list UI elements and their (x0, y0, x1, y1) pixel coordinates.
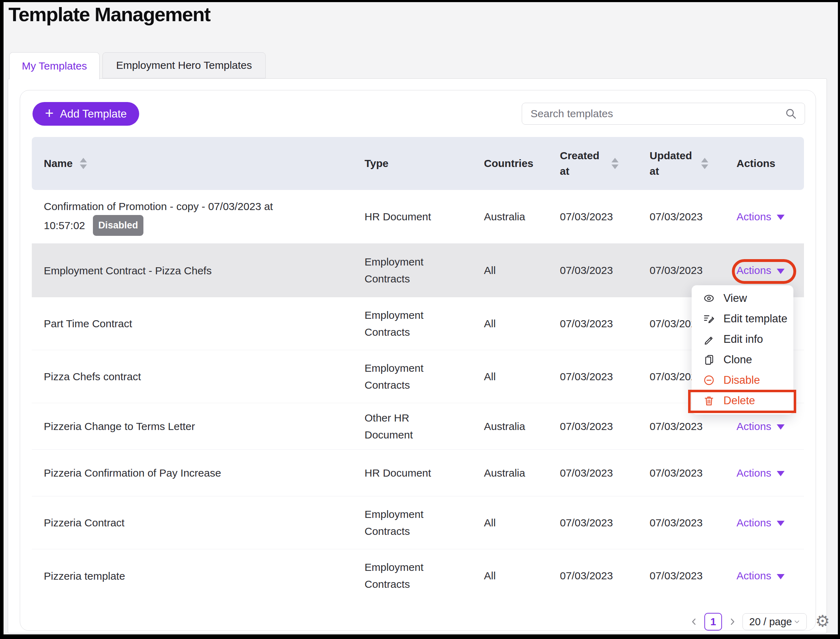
chevron-down-icon (777, 424, 784, 430)
tab-my-templates[interactable]: My Templates (9, 52, 100, 79)
menu-item-view[interactable]: View (692, 288, 793, 308)
gear-icon[interactable]: ⚙ (815, 612, 830, 631)
template-type: HR Document (365, 208, 431, 225)
row-actions-dropdown[interactable]: Actions (736, 570, 784, 582)
disable-circle-icon (703, 374, 715, 386)
sort-icon[interactable] (80, 158, 87, 169)
next-page-icon[interactable] (727, 617, 738, 627)
sort-icon[interactable] (612, 158, 618, 169)
page-size-select[interactable]: 20 / page (743, 613, 807, 630)
header-updated-at[interactable]: Updated at (645, 148, 731, 179)
template-name: Pizzeria Confirmation of Pay Increase (44, 464, 221, 482)
created-at: 07/03/2023 (560, 570, 613, 582)
created-at: 07/03/2023 (560, 318, 613, 330)
chevron-down-icon (777, 521, 784, 526)
template-name: Part Time Contract (44, 315, 132, 332)
created-at: 07/03/2023 (560, 420, 613, 432)
tab-label: Employment Hero Templates (116, 59, 252, 71)
row-actions-dropdown[interactable]: Actions (736, 420, 784, 432)
template-type: Employment Contracts (365, 559, 457, 593)
pencil-icon (703, 333, 715, 345)
menu-item-disable[interactable]: Disable (692, 370, 793, 391)
template-countries: All (484, 570, 496, 582)
template-name: Confirmation of Promotion - copy - 07/03… (44, 198, 300, 236)
menu-item-edit-info[interactable]: Edit info (692, 329, 793, 350)
edit-template-icon (703, 313, 715, 325)
updated-at: 07/03/2023 (650, 264, 703, 277)
add-template-label: Add Template (60, 108, 127, 121)
plus-icon: + (45, 106, 54, 121)
header-created-at[interactable]: Created at (555, 148, 645, 179)
template-type: Other HR Document (365, 410, 457, 443)
updated-at: 07/03/2023 (650, 467, 703, 479)
tab-employment-hero-templates[interactable]: Employment Hero Templates (102, 52, 266, 78)
created-at: 07/03/2023 (560, 264, 613, 277)
sort-icon[interactable] (701, 158, 708, 169)
table-row: Pizzeria Contract Employment Contracts A… (32, 496, 804, 549)
updated-at: 07/03/2023 (650, 570, 703, 582)
template-name: Employment Contract - Pizza Chefs (44, 262, 212, 279)
template-type: Employment Contracts (365, 506, 457, 540)
table-row: Part Time Contract Employment Contracts … (32, 297, 804, 350)
created-at: 07/03/2023 (560, 517, 613, 529)
chevron-down-icon (793, 618, 801, 626)
chevron-down-icon (777, 471, 784, 476)
search-box (522, 103, 805, 125)
template-countries: Australia (484, 211, 525, 223)
tab-label: My Templates (22, 60, 87, 72)
updated-at: 07/03/2023 (650, 517, 703, 529)
status-badge: Disabled (93, 215, 143, 236)
table-row: Pizzeria template Employment Contracts A… (32, 549, 804, 602)
updated-at: 07/03/2023 (650, 420, 703, 432)
chevron-down-icon (777, 269, 784, 274)
template-name: Pizzeria Change to Terms Letter (44, 418, 195, 435)
updated-at: 07/03/2023 (650, 211, 703, 223)
template-name: Pizzeria template (44, 567, 125, 585)
created-at: 07/03/2023 (560, 467, 613, 479)
row-actions-dropdown[interactable]: Actions (736, 517, 784, 529)
template-name: Pizzeria Contract (44, 514, 124, 531)
header-actions: Actions (731, 157, 804, 170)
menu-item-delete[interactable]: Delete (692, 391, 793, 411)
row-actions-dropdown[interactable]: Actions (736, 211, 784, 223)
search-icon[interactable] (785, 108, 797, 120)
table-row: Pizzeria Confirmation of Pay Increase HR… (32, 450, 804, 496)
template-type: Employment Contracts (365, 253, 457, 288)
table-header-row: Name Type Countries Created at Updated a… (32, 137, 804, 190)
template-countries: All (484, 318, 496, 330)
created-at: 07/03/2023 (560, 371, 613, 383)
template-type: HR Document (365, 464, 431, 482)
search-input[interactable] (522, 108, 785, 120)
header-name[interactable]: Name (32, 157, 357, 170)
template-type: Employment Contracts (365, 360, 457, 394)
table-row: Pizzeria Change to Terms Letter Other HR… (32, 403, 804, 450)
created-at: 07/03/2023 (560, 211, 613, 223)
table-row-highlighted: Employment Contract - Pizza Chefs Employ… (32, 243, 804, 297)
table-row: Confirmation of Promotion - copy - 07/03… (32, 190, 804, 243)
table-row: Pizza Chefs contract Employment Contract… (32, 350, 804, 403)
template-countries: Australia (484, 467, 525, 479)
header-type: Type (357, 157, 473, 170)
chevron-down-icon (777, 215, 784, 220)
template-countries: All (484, 371, 496, 383)
trash-icon (703, 395, 715, 407)
template-type: Employment Contracts (365, 307, 457, 341)
page-title: Template Management (8, 3, 210, 26)
chevron-down-icon (777, 574, 784, 579)
menu-item-clone[interactable]: Clone (692, 350, 793, 370)
add-template-button[interactable]: + Add Template (32, 102, 139, 126)
row-actions-dropdown-open[interactable]: Actions (736, 264, 784, 277)
templates-table: Name Type Countries Created at Updated a… (32, 137, 804, 602)
pagination: 1 20 / page (689, 613, 807, 631)
template-countries: Australia (484, 420, 525, 432)
previous-page-icon[interactable] (689, 617, 700, 627)
page-number-button[interactable]: 1 (705, 613, 722, 631)
clone-icon (703, 354, 715, 366)
menu-item-edit-template[interactable]: Edit template (692, 308, 793, 329)
template-name: Pizza Chefs contract (44, 368, 141, 385)
eye-icon (703, 292, 715, 304)
row-actions-dropdown[interactable]: Actions (736, 467, 784, 479)
template-countries: All (484, 517, 496, 529)
template-countries: All (484, 264, 496, 277)
header-countries: Countries (473, 157, 555, 170)
